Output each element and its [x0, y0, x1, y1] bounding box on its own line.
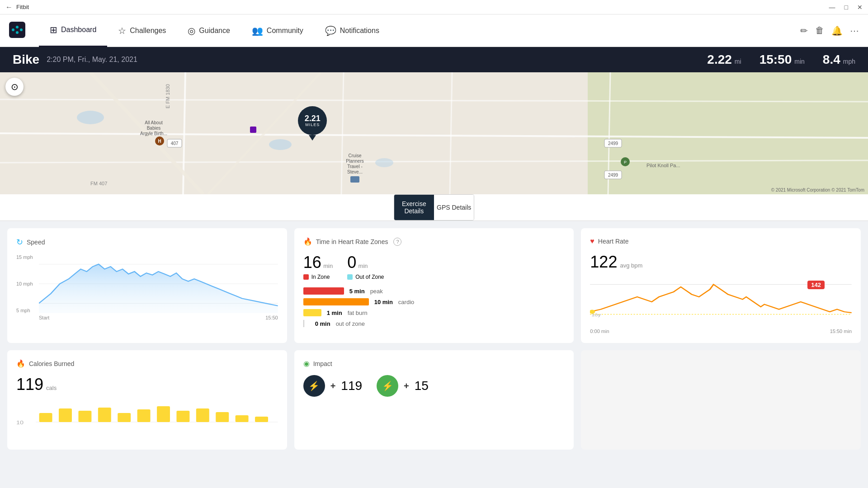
zone-fatburn-name: fat burn: [348, 310, 368, 316]
svg-rect-55: [137, 409, 151, 422]
tab-exercise-details[interactable]: Exercise Details: [394, 195, 434, 220]
speed-card: ↻ Speed 15 mph 10 mph 5 mph: [7, 228, 287, 343]
back-button[interactable]: ←: [5, 3, 13, 11]
impact-value-1: 119: [341, 379, 362, 393]
activity-header: Bike 2:20 PM, Fri., May. 21, 2021 2.22 m…: [0, 47, 868, 72]
sidebar-item-dashboard[interactable]: ⊞ Dashboard: [39, 14, 107, 47]
empty-card: [581, 350, 861, 450]
more-button[interactable]: ⋯: [850, 25, 859, 36]
delete-button[interactable]: 🗑: [815, 25, 824, 36]
impact-item-1: ⚡ + 119: [303, 375, 362, 397]
guidance-icon: ◎: [188, 25, 195, 36]
svg-rect-6: [588, 72, 868, 194]
nav-label-challenges: Challenges: [130, 27, 166, 35]
speed-graph: [39, 254, 278, 313]
calories-card: 🔥 Calories Burned 119 cals 10: [7, 350, 287, 450]
location-icon: ⊙: [11, 81, 19, 92]
map-distance-value: 2.21: [305, 114, 321, 123]
svg-text:Planners: Planners: [346, 159, 363, 164]
in-zone-label: In Zone: [311, 274, 330, 280]
impact-card-title: ◉ Impact: [303, 359, 565, 368]
star-icon: ☆: [118, 25, 126, 36]
map-location-button[interactable]: ⊙: [5, 78, 24, 96]
zone-row-fatburn: 1 min fat burn: [303, 309, 565, 316]
zones-card: 🔥 Time in Heart Rate Zones ? 16 min In Z…: [294, 228, 574, 343]
svg-text:Argyle Birth...: Argyle Birth...: [140, 131, 167, 136]
zones-help-icon[interactable]: ?: [393, 238, 401, 246]
in-zone-value: 16: [303, 253, 321, 272]
hr-x-start: 0:00 min: [590, 328, 609, 334]
svg-text:E FM 1830: E FM 1830: [165, 84, 170, 108]
zone-fatburn-min: 1 min: [327, 310, 342, 316]
sidebar-item-challenges[interactable]: ☆ Challenges: [107, 14, 177, 47]
speed-card-title: ↻ Speed: [16, 237, 278, 247]
svg-rect-61: [255, 417, 268, 422]
zones-stats: 16 min In Zone 0 min: [303, 253, 565, 280]
out-zone-value: 0: [347, 253, 356, 272]
duration-value: 15:50: [760, 52, 792, 67]
svg-text:All About: All About: [145, 120, 163, 125]
map-distance-unit: MILES: [305, 123, 320, 127]
map-pin: 2.21 MILES: [298, 106, 327, 141]
heartrate-value: 122: [590, 253, 617, 272]
calories-unit: cals: [46, 385, 57, 391]
speed-icon: ↻: [16, 237, 23, 247]
svg-point-16: [77, 111, 104, 124]
zone-outofzone-name: out of zone: [336, 320, 365, 327]
activity-title: Bike 2:20 PM, Fri., May. 21, 2021: [13, 52, 137, 67]
svg-point-2: [16, 26, 19, 28]
activity-date: 2:20 PM, Fri., May. 21, 2021: [47, 56, 137, 64]
minimize-button[interactable]: —: [829, 4, 835, 11]
svg-text:FM 407: FM 407: [90, 181, 107, 186]
sidebar-item-notifications[interactable]: 💬 Notifications: [314, 14, 390, 47]
svg-rect-51: [59, 408, 72, 422]
heartrate-card: ♥ Heart Rate 122 avg bpm 142 10y: [581, 228, 861, 343]
edit-button[interactable]: ✏: [800, 25, 808, 36]
chat-icon: 💬: [325, 25, 336, 36]
map-area: E FM 1830 FM 407 407 2499 2499 P All Abo…: [0, 72, 868, 194]
svg-text:Cruise: Cruise: [349, 153, 362, 158]
zone-peak-min: 5 min: [349, 288, 365, 295]
speed-svg: [39, 254, 278, 313]
fitbit-logo[interactable]: [9, 22, 25, 40]
distance-value: 2.22: [707, 52, 732, 67]
maximize-button[interactable]: □: [844, 4, 848, 11]
svg-text:Travel -: Travel -: [347, 164, 363, 169]
calories-label: Calories Burned: [29, 360, 74, 367]
speed-x-start: Start: [39, 315, 49, 320]
flame-icon: 🔥: [16, 359, 25, 368]
heart-icon: ♥: [590, 237, 594, 245]
duration-unit: min: [794, 58, 805, 65]
zone-peak-name: peak: [370, 288, 383, 295]
impact-badge-1: ⚡: [303, 375, 325, 397]
svg-point-1: [12, 28, 14, 31]
notifications-button[interactable]: 🔔: [831, 25, 843, 36]
title-bar: ← Fitbit — □ ✕: [0, 0, 868, 14]
zone-bar-fatburn: [303, 309, 321, 316]
tab-bar-wrapper: Exercise Details GPS Details: [0, 194, 868, 221]
map-copyright: © 2021 Microsoft Corporation © 2021 TomT…: [771, 188, 864, 192]
sidebar-item-guidance[interactable]: ◎ Guidance: [177, 14, 241, 47]
speed-label: Speed: [27, 239, 45, 246]
sidebar-item-community[interactable]: 👥 Community: [241, 14, 314, 47]
impact-plus-1: +: [330, 381, 336, 391]
impact-value-2: 15: [415, 379, 429, 393]
svg-text:Steve...: Steve...: [347, 169, 363, 174]
tab-gps-details[interactable]: GPS Details: [434, 195, 474, 220]
nav-label-dashboard: Dashboard: [61, 26, 96, 34]
zone-row-cardio: 10 min cardio: [303, 298, 565, 305]
close-button[interactable]: ✕: [857, 4, 863, 11]
speed-chart: 15 mph 10 mph 5 mph: [16, 254, 278, 313]
svg-text:H: H: [158, 139, 161, 144]
impact-icon: ◉: [303, 359, 310, 368]
svg-rect-0: [9, 22, 25, 38]
out-zone-label: Out of Zone: [355, 274, 384, 280]
svg-rect-56: [157, 406, 170, 422]
impact-badge-2: ⚡: [377, 375, 398, 397]
nav-label-guidance: Guidance: [199, 27, 230, 35]
heartrate-peak-badge: 142: [807, 281, 825, 289]
svg-text:Babies: Babies: [147, 126, 161, 131]
heartrate-x-labels: 0:00 min 15:50 min: [590, 328, 852, 334]
stat-duration: 15:50 min: [760, 52, 805, 67]
svg-text:2499: 2499: [608, 173, 618, 178]
